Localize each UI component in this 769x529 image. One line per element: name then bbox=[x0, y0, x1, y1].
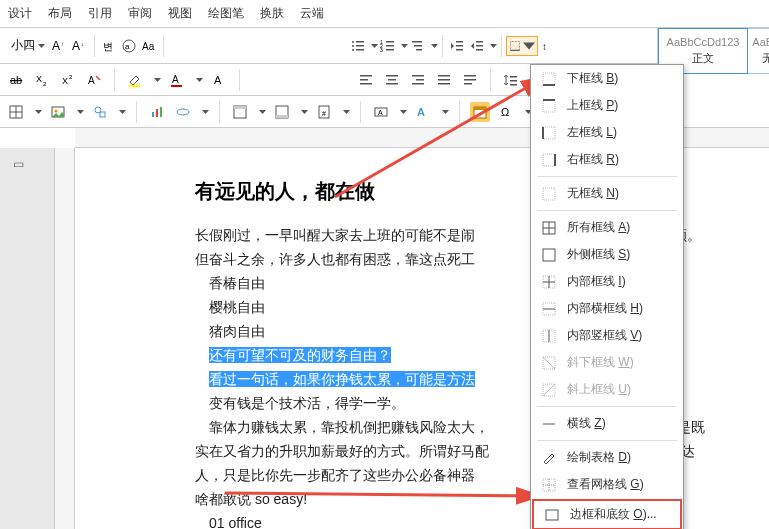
svg-rect-50 bbox=[412, 83, 424, 85]
increase-indent-icon[interactable] bbox=[467, 36, 487, 56]
strike-icon[interactable]: ab bbox=[6, 70, 26, 90]
svg-rect-25 bbox=[456, 49, 463, 51]
border-menu-label: 内部竖框线 V) bbox=[567, 327, 642, 344]
date-icon[interactable] bbox=[470, 102, 490, 122]
svg-text:↑: ↑ bbox=[61, 41, 64, 47]
border-menu-label: 查看网格线 G) bbox=[567, 476, 644, 493]
toolbar-row-1: 小四 A↑ A↓ 변 a Aa 123 ↕ bbox=[0, 28, 769, 64]
border-menu-item-left[interactable]: 左框线 L) bbox=[531, 119, 683, 146]
menu-tab[interactable]: 绘图笔 bbox=[208, 5, 244, 22]
align-left-icon[interactable] bbox=[356, 70, 376, 90]
svg-rect-9 bbox=[356, 41, 364, 43]
font-color-icon[interactable]: A bbox=[167, 70, 187, 90]
border-menu-item-diagdown: 斜下框线 W) bbox=[531, 349, 683, 376]
superscript-icon[interactable]: X2 bbox=[58, 70, 78, 90]
svg-text:a: a bbox=[125, 42, 130, 51]
style-nospace[interactable]: AaBbCc 无间 bbox=[748, 28, 769, 74]
border-menu-item-hr[interactable]: 横线 Z) bbox=[531, 410, 683, 437]
pinyin-icon[interactable]: 변 bbox=[99, 36, 119, 56]
svg-text:Ω: Ω bbox=[501, 106, 509, 118]
menu-tab[interactable]: 布局 bbox=[48, 5, 72, 22]
line-spacing-icon[interactable] bbox=[501, 70, 521, 90]
border-menu-label: 下框线 B) bbox=[567, 70, 618, 87]
menu-tab[interactable]: 换肤 bbox=[260, 5, 284, 22]
numbered-list-icon[interactable]: 123 bbox=[378, 36, 398, 56]
svg-text:변: 변 bbox=[103, 41, 113, 52]
table-icon[interactable] bbox=[6, 102, 26, 122]
text-direction-icon[interactable]: ↕ bbox=[538, 36, 558, 56]
svg-rect-19 bbox=[386, 49, 394, 51]
subscript-icon[interactable]: X2 bbox=[32, 70, 52, 90]
svg-rect-40 bbox=[171, 85, 182, 87]
highlight-icon[interactable] bbox=[125, 70, 145, 90]
border-menu-item-insideh[interactable]: 内部横框线 H) bbox=[531, 295, 683, 322]
align-justify-icon[interactable] bbox=[434, 70, 454, 90]
border-menu-item-top[interactable]: 上框线 P) bbox=[531, 92, 683, 119]
svg-rect-22 bbox=[416, 49, 422, 51]
svg-rect-53 bbox=[438, 83, 450, 85]
border-menu-label: 斜上框线 U) bbox=[567, 381, 631, 398]
border-menu-item-none[interactable]: 无框线 N) bbox=[531, 180, 683, 207]
textbox-icon[interactable]: A bbox=[371, 102, 391, 122]
font-size-dropdown[interactable]: 小四 bbox=[6, 34, 50, 57]
font-shrink-icon[interactable]: A↓ bbox=[70, 36, 90, 56]
border-menu-item-inside[interactable]: 内部框线 I) bbox=[531, 268, 683, 295]
border-menu-item-insidev[interactable]: 内部竖框线 V) bbox=[531, 322, 683, 349]
char-shading-icon[interactable]: A bbox=[209, 70, 229, 90]
decrease-indent-icon[interactable] bbox=[447, 36, 467, 56]
header-icon[interactable] bbox=[230, 102, 250, 122]
border-menu-item-diagup: 斜上框线 U) bbox=[531, 376, 683, 403]
vertical-ruler[interactable] bbox=[54, 148, 74, 529]
symbol-icon[interactable]: Ω bbox=[496, 102, 516, 122]
menu-tab[interactable]: 云端 bbox=[300, 5, 324, 22]
clear-format-icon[interactable]: A bbox=[84, 70, 104, 90]
border-menu-label: 外侧框线 S) bbox=[567, 246, 630, 263]
border-menu-label: 边框和底纹 O)... bbox=[570, 506, 657, 523]
picture-icon[interactable] bbox=[48, 102, 68, 122]
align-distribute-icon[interactable] bbox=[460, 70, 480, 90]
menu-tab[interactable]: 设计 bbox=[8, 5, 32, 22]
doc-text: 实在又省力的升职加薪最好的方式。所谓好马配 bbox=[195, 443, 489, 459]
border-menu-label: 内部横框线 H) bbox=[567, 300, 643, 317]
bullet-list-icon[interactable] bbox=[348, 36, 368, 56]
border-menu-label: 右框线 R) bbox=[567, 151, 619, 168]
svg-text:A: A bbox=[172, 74, 179, 85]
svg-rect-17 bbox=[386, 45, 394, 47]
align-center-icon[interactable] bbox=[382, 70, 402, 90]
border-menu-item-right[interactable]: 右框线 R) bbox=[531, 146, 683, 173]
font-grow-icon[interactable]: A↑ bbox=[50, 36, 70, 56]
border-menu-item-draw[interactable]: 绘制表格 D) bbox=[531, 444, 683, 471]
border-dropdown-button[interactable] bbox=[506, 36, 538, 56]
multilevel-list-icon[interactable] bbox=[408, 36, 428, 56]
footer-icon[interactable] bbox=[272, 102, 292, 122]
page-number-icon[interactable]: # bbox=[314, 102, 334, 122]
border-menu-item-bottom[interactable]: 下框线 B) bbox=[531, 65, 683, 92]
hyperlink-icon[interactable] bbox=[173, 102, 193, 122]
wordart-icon[interactable]: A bbox=[413, 102, 433, 122]
border-menu-item-outside[interactable]: 外侧框线 S) bbox=[531, 241, 683, 268]
align-right-icon[interactable] bbox=[408, 70, 428, 90]
border-menu-item-grid[interactable]: 查看网格线 G) bbox=[531, 471, 683, 498]
svg-rect-59 bbox=[510, 84, 517, 86]
chart-icon[interactable] bbox=[147, 102, 167, 122]
change-case-icon[interactable]: Aa bbox=[139, 36, 159, 56]
border-dropdown-menu: 下框线 B)上框线 P)左框线 L)右框线 R)无框线 N)所有框线 A)外侧框… bbox=[530, 64, 684, 529]
menu-tab[interactable]: 引用 bbox=[88, 5, 112, 22]
menu-tab[interactable]: 审阅 bbox=[128, 5, 152, 22]
shapes-icon[interactable] bbox=[90, 102, 110, 122]
svg-text:A: A bbox=[214, 74, 222, 86]
svg-rect-23 bbox=[456, 41, 463, 43]
border-menu-item-dialog[interactable]: 边框和底纹 O)... bbox=[532, 499, 682, 529]
gutter-tool-icon[interactable]: ▭ bbox=[8, 154, 28, 174]
style-sample: AaBbCcDd123 bbox=[667, 36, 740, 48]
svg-rect-28 bbox=[476, 49, 483, 51]
svg-rect-68 bbox=[156, 109, 158, 117]
border-menu-label: 左框线 L) bbox=[567, 124, 617, 141]
svg-point-70 bbox=[177, 109, 189, 115]
enclose-char-icon[interactable]: a bbox=[119, 36, 139, 56]
menu-tab[interactable]: 视图 bbox=[168, 5, 192, 22]
svg-text:2: 2 bbox=[43, 81, 47, 87]
svg-point-10 bbox=[352, 45, 354, 47]
border-menu-item-all[interactable]: 所有框线 A) bbox=[531, 214, 683, 241]
svg-rect-15 bbox=[386, 41, 394, 43]
